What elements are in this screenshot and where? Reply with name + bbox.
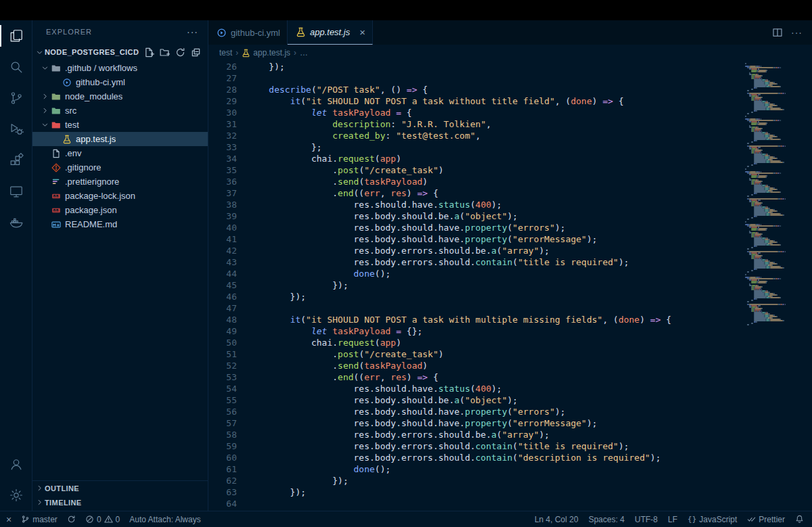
- code-text: res.body.should.have.property("errors");: [237, 406, 566, 417]
- line-number: 58: [208, 429, 237, 440]
- braces-icon: {}: [687, 515, 696, 523]
- chevron-right-icon[interactable]: [39, 107, 50, 114]
- explorer-actions: [144, 47, 201, 58]
- accounts-icon[interactable]: [0, 449, 32, 480]
- tree-item-.prettierignore[interactable]: .prettierignore: [32, 175, 208, 189]
- line-number: 33: [208, 141, 237, 153]
- code-line: 55 res.body.should.be.a("object");: [208, 394, 738, 406]
- explorer-section-header[interactable]: NODE_POSTGRES_CICD: [32, 43, 208, 61]
- line-number: 27: [208, 72, 237, 84]
- code-line: 39 res.body.should.be.a("object");: [208, 210, 738, 222]
- settings-icon[interactable]: [0, 480, 32, 511]
- new-folder-icon[interactable]: [160, 47, 170, 58]
- code-text: });: [237, 279, 348, 291]
- code-text: res.body.should.have.property("errorMess…: [237, 233, 597, 245]
- line-number: 37: [208, 187, 237, 199]
- breadcrumb-label: app.test.js: [253, 48, 290, 58]
- tree-item-label: README.md: [65, 219, 117, 229]
- line-number: 35: [208, 164, 237, 176]
- notifications[interactable]: [795, 515, 804, 524]
- timeline-section[interactable]: TIMELINE: [32, 495, 208, 509]
- tab-app.test.js[interactable]: app.test.js×: [288, 20, 373, 45]
- chevron-down-icon[interactable]: [39, 64, 50, 72]
- encoding-label: UTF-8: [635, 515, 658, 524]
- code-text: res.body.should.be.a("object");: [237, 394, 518, 406]
- run-and-debug-icon[interactable]: [0, 114, 32, 145]
- chevron-down-icon[interactable]: [39, 121, 50, 129]
- code-text: res.body.should.have.property("errorMess…: [237, 417, 597, 429]
- sync-changes[interactable]: [67, 515, 76, 524]
- code-line: 37 .end((err, res) => {: [208, 187, 738, 199]
- indentation[interactable]: Spaces: 4: [589, 515, 625, 524]
- refresh-explorer-icon[interactable]: [175, 47, 185, 58]
- code-line: 62 });: [208, 475, 738, 486]
- search-icon[interactable]: [0, 51, 32, 83]
- tree-item-github-ci.yml[interactable]: github-ci.yml: [32, 75, 208, 89]
- tree-item-label: src: [65, 106, 76, 116]
- outline-section[interactable]: OUTLINE: [32, 481, 208, 495]
- problems[interactable]: 00: [85, 515, 120, 524]
- code-text: it("it SHOULD NOT POST a task without ti…: [237, 95, 624, 107]
- minimap[interactable]: [740, 61, 812, 511]
- remote-explorer-icon[interactable]: [0, 176, 32, 207]
- tree-item-.github-workflows[interactable]: .github / workflows: [32, 61, 208, 75]
- tree-item-node-modules[interactable]: node_modules: [32, 89, 208, 104]
- docker-icon[interactable]: [0, 207, 32, 238]
- split-editor-icon[interactable]: [772, 27, 783, 38]
- tree-item-test[interactable]: test: [32, 118, 208, 132]
- outline-label: OUTLINE: [45, 484, 79, 492]
- close-icon[interactable]: ×: [359, 27, 365, 37]
- bell-icon: [795, 515, 804, 524]
- more-actions-icon[interactable]: ···: [791, 28, 803, 37]
- breadcrumb-item[interactable]: …: [300, 48, 308, 58]
- cursor-position[interactable]: Ln 4, Col 20: [535, 515, 579, 524]
- code-text: res.should.have.status(400);: [237, 383, 502, 394]
- tree-item-src[interactable]: src: [32, 104, 208, 118]
- doublecheck-icon: [747, 515, 756, 524]
- prettier[interactable]: Prettier: [747, 515, 785, 524]
- code-line: 42 res.body.errors.should.be.a("array");: [208, 245, 738, 256]
- code-text: done();: [237, 268, 390, 279]
- tab-label: app.test.js: [310, 27, 350, 37]
- code-line: 44 done();: [208, 268, 738, 279]
- tree-item-.gitignore[interactable]: .gitignore: [32, 160, 208, 175]
- tree-item-readme.md[interactable]: README.md: [32, 217, 208, 231]
- tree-item-label: package.json: [65, 205, 117, 215]
- breadcrumb-item[interactable]: app.test.js: [242, 48, 290, 58]
- code-line: 46 });: [208, 291, 738, 302]
- eol-label: LF: [668, 515, 677, 524]
- source-control-icon[interactable]: [0, 83, 32, 114]
- code-line: 47: [208, 302, 738, 314]
- tab-github-ci.yml[interactable]: github-ci.yml: [208, 20, 288, 45]
- tree-item-package-lock.json[interactable]: package-lock.json: [32, 189, 208, 203]
- new-file-icon[interactable]: [144, 47, 154, 58]
- tree-item-app.test.js[interactable]: app.test.js: [32, 132, 208, 146]
- encoding[interactable]: UTF-8: [635, 515, 658, 524]
- code-line: 36 .send(taskPayload): [208, 176, 738, 187]
- breadcrumb-item[interactable]: test: [219, 48, 232, 58]
- code-line: 29 it("it SHOULD NOT POST a task without…: [208, 95, 738, 107]
- collapse-folders-icon[interactable]: [191, 47, 201, 58]
- extensions-icon[interactable]: [0, 145, 32, 176]
- code-line: 43 res.body.errors.should.contain("title…: [208, 256, 738, 268]
- auto-attach[interactable]: Auto Attach: Always: [129, 515, 200, 524]
- more-actions-icon[interactable]: ···: [187, 27, 198, 37]
- explorer-icon[interactable]: [0, 20, 32, 51]
- code-editor[interactable]: 26 });2728 describe("/POST task", () => …: [208, 61, 738, 511]
- tree-item-.env[interactable]: .env: [32, 146, 208, 160]
- sidebar-header: EXPLORER ···: [32, 20, 208, 43]
- code-text: });: [237, 475, 348, 486]
- breadcrumb-label: test: [219, 48, 232, 58]
- language-mode[interactable]: {}JavaScript: [687, 515, 737, 524]
- code-line: 41 res.body.should.have.property("errorM…: [208, 233, 738, 245]
- cursor-position-label: Ln 4, Col 20: [535, 515, 579, 524]
- tab-label: github-ci.yml: [231, 28, 280, 38]
- remote-indicator[interactable]: ×: [6, 515, 12, 524]
- code-text: let taskPayload = {: [237, 107, 412, 118]
- git-branch[interactable]: master: [21, 515, 58, 524]
- eol[interactable]: LF: [668, 515, 677, 524]
- code-line: 28 describe("/POST task", () => {: [208, 84, 738, 95]
- chevron-right-icon[interactable]: [39, 93, 50, 100]
- npm-icon: [50, 191, 62, 201]
- tree-item-package.json[interactable]: package.json: [32, 203, 208, 217]
